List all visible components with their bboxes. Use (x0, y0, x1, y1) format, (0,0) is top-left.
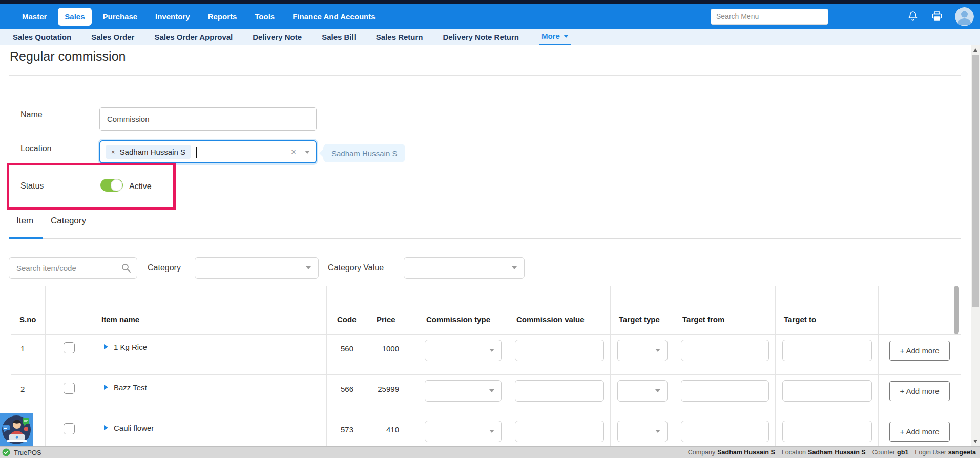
chevron-down-icon (564, 35, 569, 38)
add-more-button[interactable]: + Add more (889, 341, 950, 361)
status-toggle[interactable] (100, 179, 123, 192)
col-header-price: Price (366, 286, 418, 335)
printer-icon[interactable] (931, 10, 943, 23)
nav-master[interactable]: Master (15, 8, 53, 26)
expand-triangle-icon[interactable] (104, 425, 108, 430)
table-cell: 1 Kg Rice (93, 335, 327, 375)
nav-reports[interactable]: Reports (201, 8, 244, 26)
chevron-down-icon (489, 389, 494, 392)
table-cell (611, 335, 674, 375)
col-header-target-type: Target type (611, 286, 674, 335)
row-checkbox[interactable] (64, 342, 75, 353)
nav-finance-and-accounts[interactable]: Finance And Accounts (286, 8, 382, 26)
tab-item[interactable]: Item (16, 216, 33, 226)
status-bar: TruePOS CompanySadham Hussain S Location… (0, 446, 980, 458)
table-cell (46, 375, 93, 415)
add-more-button[interactable]: + Add more (889, 381, 950, 401)
table-cell (46, 415, 93, 446)
nav-tools[interactable]: Tools (248, 8, 281, 26)
table-cell (776, 415, 879, 446)
commission-type-dropdown[interactable] (425, 421, 502, 442)
name-input[interactable] (99, 107, 317, 131)
chevron-down-icon (655, 430, 660, 433)
toggle-knob (111, 179, 122, 191)
category-value-dropdown[interactable] (404, 257, 525, 279)
clear-icon[interactable]: × (291, 148, 296, 156)
counter-info: Countergb1 (872, 449, 909, 456)
table-cell (674, 375, 776, 415)
table-cell (776, 335, 879, 375)
subnav-delivery-note-return[interactable]: Delivery Note Return (443, 29, 519, 45)
scroll-up-arrow-icon[interactable] (973, 48, 977, 52)
target-type-dropdown[interactable] (617, 380, 668, 402)
scroll-down-arrow-icon[interactable] (973, 440, 977, 443)
nav-inventory[interactable]: Inventory (149, 8, 197, 26)
menu-search-input[interactable] (711, 9, 828, 25)
target-to-input[interactable] (782, 421, 872, 442)
commission-type-dropdown[interactable] (425, 340, 502, 361)
commission-value-input[interactable] (515, 340, 604, 361)
status-label: Status (20, 181, 44, 191)
chip-remove-icon[interactable]: × (111, 149, 115, 155)
subnav-sales-order[interactable]: Sales Order (91, 29, 134, 45)
support-chat-widget[interactable] (0, 413, 33, 446)
col-header-commission-value: Commission value (508, 286, 611, 335)
add-more-button[interactable]: + Add more (889, 422, 950, 442)
table-cell (418, 335, 508, 375)
location-tooltip: Sadham Hussain S (323, 144, 405, 162)
table-cell (508, 415, 611, 446)
top-navbar: Master Sales Purchase Inventory Reports … (0, 4, 980, 29)
chevron-down-icon (655, 349, 660, 352)
company-info: CompanySadham Hussain S (688, 449, 775, 456)
active-tab-underline (9, 237, 43, 239)
tabs-divider (9, 238, 961, 239)
table-scrollbar-thumb[interactable] (954, 286, 959, 334)
target-from-input[interactable] (681, 380, 769, 402)
subnav-sales-bill[interactable]: Sales Bill (322, 29, 356, 45)
target-to-input[interactable] (782, 340, 872, 361)
item-name: Cauli flower (114, 424, 154, 432)
table-cell: + Add more (879, 375, 961, 415)
title-divider (9, 75, 961, 76)
avatar[interactable] (955, 7, 974, 26)
item-code: 566 (327, 375, 366, 415)
chevron-down-icon[interactable] (305, 151, 310, 154)
scrollbar-thumb[interactable] (972, 55, 979, 307)
browser-scrollbar[interactable] (971, 45, 980, 446)
target-type-dropdown[interactable] (617, 340, 668, 361)
item-name: 1 Kg Rice (114, 343, 147, 351)
item-code: 560 (327, 335, 366, 375)
commission-type-dropdown[interactable] (425, 380, 502, 402)
expand-triangle-icon[interactable] (104, 344, 108, 349)
connection-ok-icon (2, 448, 10, 456)
location-chip: × Sadham Hussain S (106, 145, 191, 159)
subnav-sales-quotation[interactable]: Sales Quotation (13, 29, 71, 45)
bell-icon[interactable] (907, 10, 919, 23)
col-header-target-from: Target from (674, 286, 776, 335)
commission-value-input[interactable] (515, 380, 604, 402)
target-to-input[interactable] (782, 380, 872, 402)
target-from-input[interactable] (681, 421, 769, 442)
commission-value-input[interactable] (515, 421, 604, 442)
item-code: 573 (327, 415, 366, 446)
item-search-input[interactable] (9, 257, 137, 279)
subnav-more[interactable]: More (539, 29, 571, 45)
expand-triangle-icon[interactable] (104, 385, 108, 390)
subnav-sales-order-approval[interactable]: Sales Order Approval (154, 29, 233, 45)
row-checkbox[interactable] (64, 423, 75, 434)
location-multiselect[interactable]: × Sadham Hussain S × (99, 140, 317, 163)
sales-submenu: Sales Quotation Sales Order Sales Order … (0, 29, 980, 45)
nav-purchase[interactable]: Purchase (96, 8, 144, 26)
col-header-code: Code (327, 286, 366, 335)
navbar-right (711, 7, 980, 26)
target-type-dropdown[interactable] (617, 421, 668, 442)
subnav-delivery-note[interactable]: Delivery Note (253, 29, 302, 45)
target-from-input[interactable] (681, 340, 769, 361)
table-cell (46, 335, 93, 375)
tab-category[interactable]: Category (51, 216, 86, 226)
category-dropdown[interactable] (195, 257, 319, 279)
subnav-sales-return[interactable]: Sales Return (376, 29, 423, 45)
nav-sales[interactable]: Sales (58, 8, 91, 26)
chevron-down-icon (512, 266, 517, 269)
row-checkbox[interactable] (64, 383, 75, 394)
